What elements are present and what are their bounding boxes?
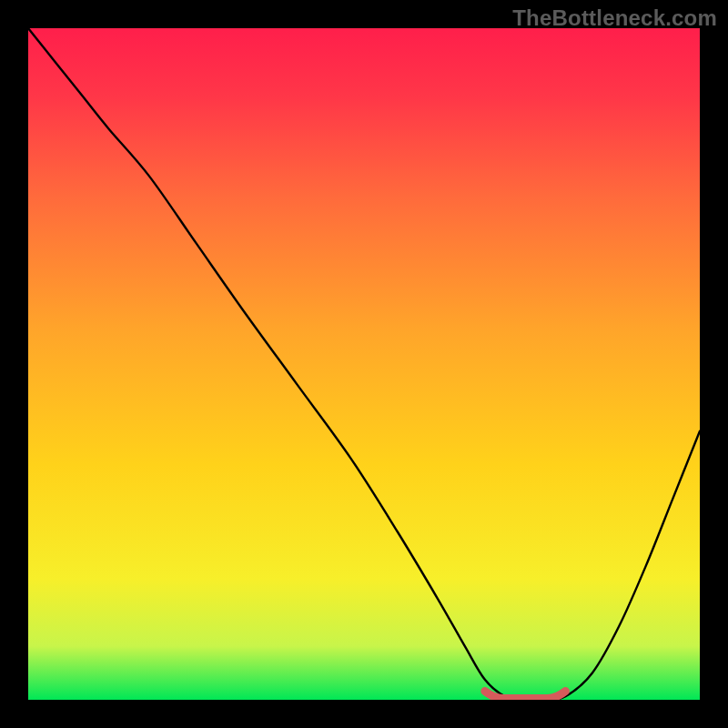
watermark-text: TheBottleneck.com xyxy=(512,5,717,31)
bottleneck-chart xyxy=(28,28,700,700)
plot-area xyxy=(28,28,700,700)
chart-frame: TheBottleneck.com xyxy=(0,0,728,728)
gradient-background xyxy=(28,28,700,700)
